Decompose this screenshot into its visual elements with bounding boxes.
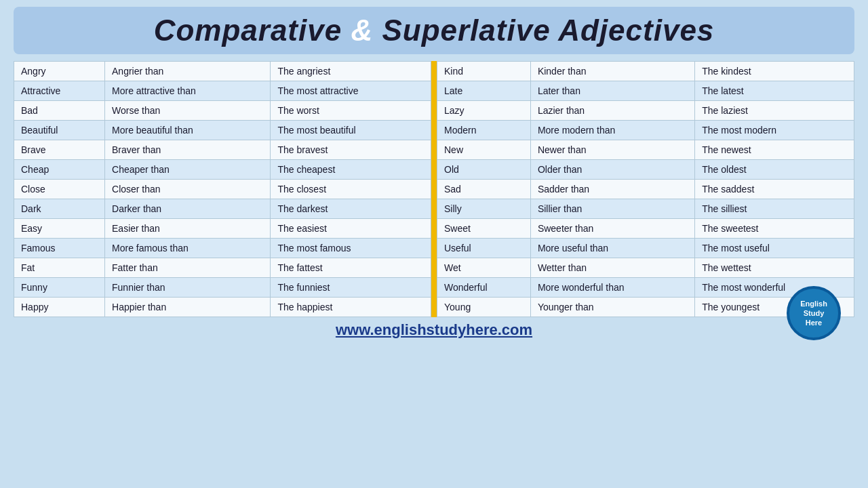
page-title: Comparative & Superlative Adjectives xyxy=(27,14,841,47)
right-table-row-9-col-0: Useful xyxy=(437,239,531,258)
logo-circle: English Study Here xyxy=(787,286,841,340)
right-table-row-6-col-2: The saddest xyxy=(695,180,854,199)
right-table-row-1-col-1: Later than xyxy=(530,81,694,101)
right-table-row-3-col-1: More modern than xyxy=(530,121,694,140)
left-table-row-6-col-1: Closer than xyxy=(105,180,271,199)
right-table-row-7-col-1: Sillier than xyxy=(530,199,694,219)
footer: www.englishstudyhere.com English Study H… xyxy=(14,317,854,340)
right-table-row-5-col-1: Older than xyxy=(530,160,694,180)
left-table-row-8-col-0: Easy xyxy=(14,219,105,239)
left-table-row-8-col-2: The easiest xyxy=(271,219,431,239)
left-table-row-9-col-0: Famous xyxy=(14,239,105,258)
logo-line2: Here xyxy=(806,318,822,327)
left-table-row-3-col-0: Beautiful xyxy=(14,121,105,140)
website-link[interactable]: www.englishstudyhere.com xyxy=(336,321,532,339)
left-table-row-2-col-1: Worse than xyxy=(105,101,271,121)
left-table-row-9-col-2: The most famous xyxy=(271,239,431,258)
left-table-row-0-col-1: Angrier than xyxy=(105,62,271,81)
right-table-row-8-col-2: The sweetest xyxy=(695,219,854,239)
tables-container: AngryAngrier thanThe angriestAttractiveM… xyxy=(14,61,854,317)
left-table-row-2-col-2: The worst xyxy=(271,101,431,121)
left-table-row-7-col-0: Dark xyxy=(14,199,105,219)
left-table-row-11-col-2: The funniest xyxy=(271,278,431,298)
right-table-row-2-col-1: Lazier than xyxy=(530,101,694,121)
left-table-row-0-col-2: The angriest xyxy=(271,62,431,81)
left-table-row-3-col-1: More beautiful than xyxy=(105,121,271,140)
left-table-row-5-col-2: The cheapest xyxy=(271,160,431,180)
left-table-row-4-col-0: Brave xyxy=(14,140,105,160)
right-table-row-10-col-2: The wettest xyxy=(695,258,854,278)
left-table-row-0-col-0: Angry xyxy=(14,62,105,81)
right-table-row-9-col-1: More useful than xyxy=(530,239,694,258)
title-ampersand: & xyxy=(351,14,382,47)
right-table-row-3-col-0: Modern xyxy=(437,121,531,140)
right-table-row-6-col-1: Sadder than xyxy=(530,180,694,199)
left-table-row-12-col-1: Happier than xyxy=(105,298,271,317)
left-table-row-12-col-0: Happy xyxy=(14,298,105,317)
right-table-row-10-col-0: Wet xyxy=(437,258,531,278)
left-table-row-4-col-1: Braver than xyxy=(105,140,271,160)
left-table-row-6-col-2: The closest xyxy=(271,180,431,199)
right-table-row-4-col-2: The newest xyxy=(695,140,854,160)
left-table-row-7-col-2: The darkest xyxy=(271,199,431,219)
right-table-row-2-col-2: The laziest xyxy=(695,101,854,121)
left-table-row-10-col-1: Fatter than xyxy=(105,258,271,278)
left-table-row-10-col-0: Fat xyxy=(14,258,105,278)
table-divider xyxy=(431,61,437,317)
right-table-row-4-col-1: Newer than xyxy=(530,140,694,160)
right-table-row-1-col-0: Late xyxy=(437,81,531,101)
title-part2: Superlative Adjectives xyxy=(382,14,714,47)
left-table-row-11-col-1: Funnier than xyxy=(105,278,271,298)
left-table-row-8-col-1: Easier than xyxy=(105,219,271,239)
right-table-row-9-col-2: The most useful xyxy=(695,239,854,258)
right-table-row-10-col-1: Wetter than xyxy=(530,258,694,278)
right-table-row-8-col-0: Sweet xyxy=(437,219,531,239)
right-table-row-0-col-0: Kind xyxy=(437,62,531,81)
logo-line1: English Study xyxy=(789,299,838,319)
right-table-row-12-col-0: Young xyxy=(437,298,531,317)
left-table-row-10-col-2: The fattest xyxy=(271,258,431,278)
left-table-row-1-col-1: More attractive than xyxy=(105,81,271,101)
right-table-row-2-col-0: Lazy xyxy=(437,101,531,121)
title-bar: Comparative & Superlative Adjectives xyxy=(14,7,854,54)
title-part1: Comparative xyxy=(154,14,351,47)
right-table-row-11-col-0: Wonderful xyxy=(437,278,531,298)
right-table-row-1-col-2: The latest xyxy=(695,81,854,101)
left-table-row-11-col-0: Funny xyxy=(14,278,105,298)
right-table-row-8-col-1: Sweeter than xyxy=(530,219,694,239)
right-table-row-3-col-2: The most modern xyxy=(695,121,854,140)
left-table-row-7-col-1: Darker than xyxy=(105,199,271,219)
right-table-row-5-col-0: Old xyxy=(437,160,531,180)
left-table-row-12-col-2: The happiest xyxy=(271,298,431,317)
right-table: KindKinder thanThe kindestLateLater than… xyxy=(437,61,854,317)
left-table-row-1-col-0: Attractive xyxy=(14,81,105,101)
right-table-row-7-col-2: The silliest xyxy=(695,199,854,219)
left-table-row-4-col-2: The bravest xyxy=(271,140,431,160)
right-table-row-7-col-0: Silly xyxy=(437,199,531,219)
right-table-row-0-col-2: The kindest xyxy=(695,62,854,81)
left-table-row-2-col-0: Bad xyxy=(14,101,105,121)
left-table-row-3-col-2: The most beautiful xyxy=(271,121,431,140)
left-table-row-6-col-0: Close xyxy=(14,180,105,199)
right-table-row-4-col-0: New xyxy=(437,140,531,160)
left-table-row-5-col-1: Cheaper than xyxy=(105,160,271,180)
left-table: AngryAngrier thanThe angriestAttractiveM… xyxy=(14,61,431,317)
left-table-row-9-col-1: More famous than xyxy=(105,239,271,258)
right-table-row-5-col-2: The oldest xyxy=(695,160,854,180)
right-table-row-0-col-1: Kinder than xyxy=(530,62,694,81)
left-table-row-5-col-0: Cheap xyxy=(14,160,105,180)
left-table-row-1-col-2: The most attractive xyxy=(271,81,431,101)
right-table-row-6-col-0: Sad xyxy=(437,180,531,199)
right-table-row-12-col-1: Younger than xyxy=(530,298,694,317)
right-table-row-11-col-1: More wonderful than xyxy=(530,278,694,298)
